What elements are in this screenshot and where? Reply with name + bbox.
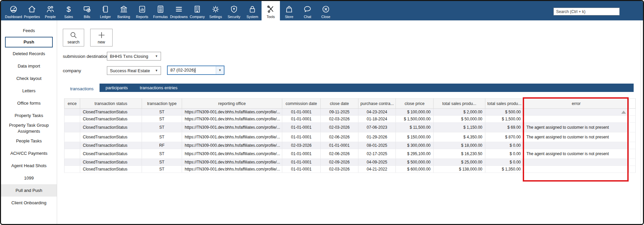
nav-item-tools[interactable]: Tools xyxy=(262,1,280,20)
nav-item-close[interactable]: Close xyxy=(317,1,335,20)
table-cell: 01-29-2026 xyxy=(358,132,396,142)
grid-scroll-up-icon[interactable] xyxy=(621,111,626,114)
table-cell xyxy=(64,166,80,173)
sidebar-item-deleted-records[interactable]: Deleted Records xyxy=(1,47,57,60)
submission-destination-select[interactable]: BHHS Txns Closing ▼ xyxy=(107,52,161,61)
tab-transactions[interactable]: transactions xyxy=(64,84,100,94)
close-icon xyxy=(321,4,330,14)
sidebar-item-1099[interactable]: 1099 xyxy=(1,172,57,184)
table-cell: ST xyxy=(142,159,182,166)
column-header[interactable]: ence xyxy=(64,99,80,109)
submission-destination-label: submission destination xyxy=(63,54,109,59)
table-cell: $ 0.00 xyxy=(485,149,524,159)
sidebar-item-property-tasks[interactable]: Property Tasks xyxy=(1,109,57,122)
nav-item-company[interactable]: Company xyxy=(188,1,206,20)
new-button[interactable]: new xyxy=(90,29,113,46)
table-cell: $ 600,000.00 xyxy=(396,166,434,173)
column-header[interactable]: transaction type xyxy=(142,99,182,109)
global-search-input[interactable] xyxy=(553,8,620,15)
sidebar-item-people-tasks[interactable]: People Tasks xyxy=(1,135,57,147)
nav-item-store[interactable]: Store xyxy=(280,1,298,20)
sidebar-item-ach-cc-payments[interactable]: ACH/CC Payments xyxy=(1,147,57,159)
grid-scrollbar-track xyxy=(629,99,636,109)
nav-item-chat[interactable]: Chat xyxy=(298,1,317,20)
table-cell: ST xyxy=(142,149,182,159)
column-header[interactable]: close date xyxy=(321,99,358,109)
table-row[interactable]: ClosedTransactionStatusSThttps://TN309-0… xyxy=(64,159,636,166)
error-cell: The agent assigned to customer is not pr… xyxy=(524,149,629,159)
nav-item-properties[interactable]: Properties xyxy=(23,1,41,20)
table-cell: $ 300,000.00 xyxy=(396,142,434,149)
nav-item-label: System xyxy=(247,15,258,19)
sidebar-item-agent-head-shots[interactable]: Agent Head Shots xyxy=(1,159,57,172)
nav-item-settings[interactable]: Settings xyxy=(206,1,225,20)
grid-scrollbar-track xyxy=(629,149,636,159)
sidebar-item-check-layout[interactable]: Check layout xyxy=(1,72,57,85)
chevron-down-icon: ▼ xyxy=(154,69,158,72)
sidebar-item-client-onboarding[interactable]: Client Onboarding xyxy=(1,197,57,209)
nav-item-banking[interactable]: Banking xyxy=(115,1,133,20)
dropdowns-icon xyxy=(174,4,183,14)
window-scrollbar[interactable] xyxy=(640,20,643,224)
nav-item-dropdowns[interactable]: Dropdowns xyxy=(170,1,188,20)
nav-item-people[interactable]: People xyxy=(41,1,59,20)
nav-item-sales[interactable]: $Sales xyxy=(59,1,78,20)
nav-item-system[interactable]: System xyxy=(243,1,262,20)
nav-item-dashboard[interactable]: Dashboard xyxy=(4,1,23,20)
table-row[interactable]: ClosedTransactionStatusSThttps://TN309-0… xyxy=(64,149,636,159)
nav-item-reports[interactable]: Reports xyxy=(133,1,151,20)
company-period-combobox[interactable]: 87 (02-2026) ▼ xyxy=(167,66,224,75)
error-cell xyxy=(524,109,629,116)
table-cell xyxy=(64,123,80,132)
store-icon xyxy=(285,4,294,14)
nav-item-security[interactable]: Security xyxy=(225,1,243,20)
table-row[interactable]: ClosedTransactionStatusSThttps://TN309-0… xyxy=(64,166,636,173)
column-header[interactable]: commission date xyxy=(282,99,321,109)
table-cell: $ 870.00 xyxy=(485,132,524,142)
submission-destination-value: BHHS Txns Closing xyxy=(110,54,154,59)
nav-item-bills[interactable]: $Bills xyxy=(78,1,96,20)
column-header[interactable]: total sales produ... xyxy=(434,99,485,109)
nav-item-label: Tools xyxy=(267,15,275,19)
dashboard-icon xyxy=(9,4,18,14)
table-cell: 01-01-0001 xyxy=(282,149,321,159)
table-row[interactable]: ClosedTransactionStatusRFhttps://TN309-0… xyxy=(64,142,636,149)
people-icon xyxy=(46,4,55,14)
table-cell: ClosedTransactionStatus xyxy=(80,166,142,173)
table-cell: 01-01-0001 xyxy=(282,132,321,142)
nav-item-formulas[interactable]: Formulas xyxy=(151,1,170,20)
table-row[interactable]: ClosedTransactionStatusSThttps://TN309-0… xyxy=(64,123,636,132)
table-cell xyxy=(64,132,80,142)
column-header[interactable]: reporting office xyxy=(182,99,282,109)
sidebar-item-push[interactable]: Push xyxy=(5,37,53,47)
table-row[interactable]: ClosedTransactionStatusSThttps://TN309-0… xyxy=(64,132,636,142)
nav-item-ledger[interactable]: Ledger xyxy=(96,1,115,20)
column-header[interactable]: error xyxy=(524,99,629,109)
company-select[interactable]: Success Real Estate ▼ xyxy=(107,66,161,75)
nav-item-label: Close xyxy=(321,15,330,19)
sidebar-item-pull-and-push[interactable]: Pull and Push xyxy=(1,184,57,197)
sidebar-item-letters[interactable]: Letters xyxy=(1,85,57,97)
table-row[interactable]: ClosedTransactionStatusSThttps://TN309-0… xyxy=(64,109,636,116)
column-header[interactable]: total sales produ... xyxy=(485,99,524,109)
column-header[interactable]: purchase contra... xyxy=(358,99,396,109)
column-header[interactable]: transaction status xyxy=(80,99,142,109)
table-cell: 04-09-2025 xyxy=(358,159,396,166)
table-cell: 01-18-2024 xyxy=(358,116,396,123)
table-row[interactable]: ClosedTransactionStatusSThttps://TN309-0… xyxy=(64,116,636,123)
tab-participants[interactable]: participants xyxy=(100,84,134,92)
table-cell: $ 1,150.00 xyxy=(434,123,485,132)
error-cell xyxy=(524,159,629,166)
nav-item-label: Formulas xyxy=(153,15,168,19)
table-cell: $ 69.00 xyxy=(485,123,524,132)
table-cell xyxy=(64,159,80,166)
tab-transactions-entries[interactable]: transactions entries xyxy=(134,84,184,92)
column-header[interactable]: close price xyxy=(396,99,434,109)
new-button-label: new xyxy=(98,40,105,44)
nav-item-label: Properties xyxy=(24,15,40,19)
sidebar-item-property-task-group-assigments[interactable]: Property Task Group Assigments xyxy=(1,122,57,135)
sidebar-item-office-forms[interactable]: Office forms xyxy=(1,97,57,109)
sidebar-item-feeds[interactable]: Feeds xyxy=(1,24,57,37)
search-button[interactable]: search xyxy=(63,29,84,46)
sidebar-item-data-import[interactable]: Data import xyxy=(1,60,57,72)
